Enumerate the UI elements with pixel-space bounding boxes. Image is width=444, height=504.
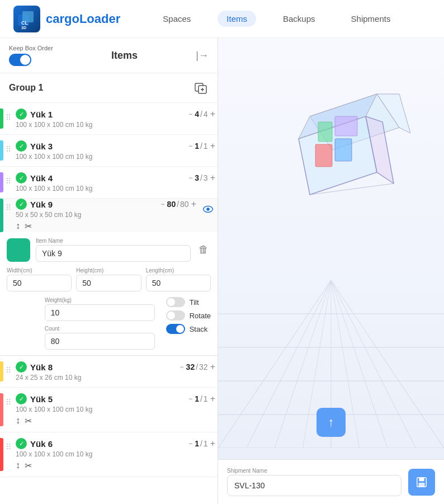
item-name: Yük 4: [30, 173, 53, 183]
count-current: 3: [195, 173, 199, 182]
item-content: ✓ Yük 9 − 80/80 + 50 x 50 x 50 cm 10 kg: [13, 199, 199, 232]
count-current: 32: [186, 362, 195, 371]
nav-items[interactable]: Items: [218, 11, 256, 27]
drag-handle[interactable]: ⠿: [3, 109, 13, 126]
minus-btn[interactable]: −: [188, 174, 192, 182]
minus-btn[interactable]: −: [180, 363, 184, 371]
check-icon: ✓: [16, 393, 27, 404]
cut-icon[interactable]: ✂: [25, 416, 32, 426]
item-top: ✓ Yük 4 − 3/3 +: [16, 172, 215, 183]
items-list: ⠿ ✓ Yük 1 − 4/4 + 100 x 100 x 100 cm: [0, 103, 218, 504]
rotate-label: Rotate: [190, 312, 211, 320]
height-field: Height(cm): [76, 267, 141, 291]
width-field: Width(cm): [7, 267, 72, 291]
sort-icon[interactable]: ↕: [16, 221, 20, 232]
weight-input[interactable]: [45, 304, 155, 321]
item-name-row: ✓ Yük 3: [16, 140, 53, 152]
drag-handle[interactable]: ⠿: [3, 438, 13, 456]
check-icon: ✓: [16, 140, 27, 152]
plus-btn[interactable]: +: [191, 199, 196, 209]
height-input[interactable]: [76, 275, 141, 291]
item-content: ✓ Yük 4 − 3/3 + 100 x 100 x 100 cm 10 kg: [13, 172, 218, 192]
dims-row: Width(cm) Height(cm) Length(cm): [7, 267, 211, 291]
plus-btn[interactable]: +: [210, 362, 215, 372]
item-top: ✓ Yük 1 − 4/4 +: [16, 109, 215, 120]
height-label: Height(cm): [76, 267, 141, 274]
plus-btn[interactable]: +: [210, 439, 215, 449]
item-name-row: ✓ Yük 4: [16, 172, 53, 183]
sort-icon[interactable]: ↕: [16, 416, 20, 426]
nav-shipments[interactable]: Shipments: [342, 11, 400, 27]
stack-toggle[interactable]: [166, 324, 185, 334]
cut-icon[interactable]: ✂: [25, 221, 32, 232]
count-current: 1: [195, 439, 199, 448]
svg-point-9: [206, 208, 210, 211]
count-total: 1: [204, 394, 208, 403]
count-current: 1: [195, 142, 199, 150]
nav: Spaces Items Backups Shipments: [154, 11, 399, 27]
tilt-toggle-row: Tilt: [166, 297, 211, 307]
drag-handle[interactable]: ⠿: [3, 172, 13, 190]
nav-spaces[interactable]: Spaces: [154, 11, 200, 27]
plus-btn[interactable]: +: [210, 173, 215, 183]
length-input[interactable]: [146, 275, 211, 291]
expand-icon[interactable]: |→: [196, 50, 209, 62]
keep-box-toggle[interactable]: [9, 54, 31, 66]
drag-handle[interactable]: ⠿: [3, 140, 13, 158]
item-dims: 100 x 100 x 100 cm 10 kg: [16, 153, 215, 161]
rotate-toggle-row: Rotate: [166, 310, 211, 321]
svg-rect-19: [335, 116, 357, 136]
shipment-name-input[interactable]: [227, 475, 402, 496]
plus-btn[interactable]: +: [210, 394, 215, 404]
save-button[interactable]: [408, 469, 435, 496]
visibility-btn[interactable]: [199, 199, 218, 222]
count-total: 1: [204, 439, 208, 448]
item-dims: 50 x 50 x 50 cm 10 kg: [16, 211, 196, 219]
sidebar-header: Keep Box Order Items |→: [0, 38, 218, 73]
item-count: − 1/1 +: [188, 141, 215, 151]
rotate-toggle[interactable]: [166, 310, 185, 321]
count-current: 80: [167, 200, 176, 209]
width-input[interactable]: [7, 275, 72, 291]
plus-btn[interactable]: +: [210, 141, 215, 151]
minus-btn[interactable]: −: [188, 440, 192, 448]
shipment-bar: Shipment Name: [218, 459, 444, 504]
logo-icon: CL 3D: [13, 6, 40, 32]
count-input[interactable]: [45, 333, 155, 350]
item-name-row: ✓ Yük 1: [16, 109, 53, 120]
item-top: ✓ Yük 9 − 80/80 +: [16, 199, 196, 210]
count-field: Count: [45, 326, 155, 350]
upload-button[interactable]: ↑: [317, 408, 346, 437]
sort-icon[interactable]: ↕: [16, 460, 20, 471]
weight-field: Weight(kg): [45, 297, 155, 321]
item-name-input[interactable]: [36, 245, 191, 262]
drag-handle[interactable]: ⠿: [3, 393, 13, 411]
item-name-row: ✓ Yük 9: [16, 199, 53, 210]
item-count: − 4/4 +: [188, 109, 215, 119]
item-count: − 32/32 +: [180, 362, 215, 372]
plus-btn[interactable]: +: [210, 109, 215, 119]
svg-rect-16: [315, 144, 332, 167]
cut-icon[interactable]: ✂: [25, 460, 32, 471]
group-add-button[interactable]: [193, 80, 209, 96]
minus-btn[interactable]: −: [188, 110, 192, 118]
drag-handle[interactable]: ⠿: [3, 361, 13, 379]
item-name: Yük 3: [30, 142, 53, 151]
nav-backups[interactable]: Backups: [274, 11, 324, 27]
item-dims: 100 x 100 x 100 cm 10 kg: [16, 450, 215, 458]
item-content: ✓ Yük 5 − 1/1 + 100 x 100 x 100 cm 10 kg…: [13, 393, 218, 426]
svg-rect-35: [419, 477, 424, 481]
color-swatch[interactable]: [7, 238, 30, 262]
delete-button[interactable]: 🗑: [196, 242, 211, 258]
item-name: Yük 8: [30, 362, 53, 372]
item-name-label: Item Name: [36, 238, 191, 244]
item-top: ✓ Yük 5 − 1/1 +: [16, 393, 215, 404]
drag-handle[interactable]: ⠿: [3, 199, 13, 216]
tilt-toggle[interactable]: [166, 297, 185, 307]
minus-btn[interactable]: −: [188, 142, 192, 150]
weight-count-section: Weight(kg) Count: [7, 297, 155, 350]
minus-btn[interactable]: −: [161, 200, 165, 208]
item-count: − 1/1 +: [188, 394, 215, 404]
count-total: 4: [204, 110, 208, 119]
minus-btn[interactable]: −: [188, 395, 192, 403]
